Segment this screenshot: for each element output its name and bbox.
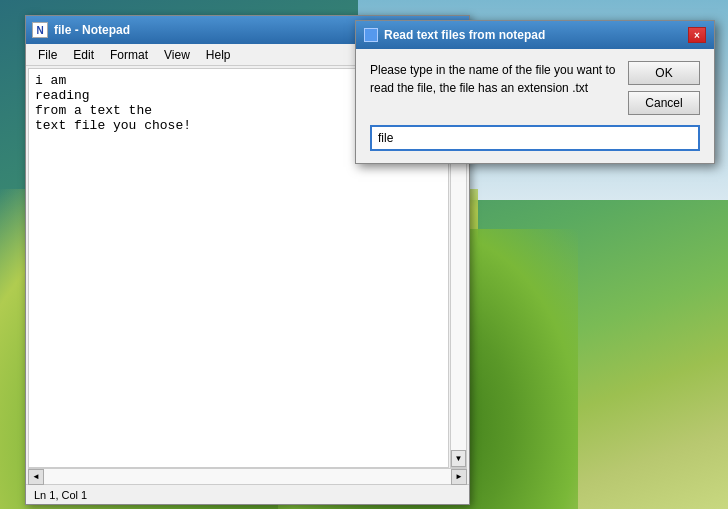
dialog-top-row: Please type in the name of the file you … (370, 61, 700, 115)
menu-format[interactable]: Format (102, 46, 156, 64)
menu-edit[interactable]: Edit (65, 46, 102, 64)
dialog-close-button[interactable]: × (688, 27, 706, 43)
dialog-icon (364, 28, 378, 42)
menu-help[interactable]: Help (198, 46, 239, 64)
dialog-titlebar: Read text files from notepad × (356, 21, 714, 49)
notepad-cursor-position: Ln 1, Col 1 (34, 489, 87, 501)
dialog-message: Please type in the name of the file you … (370, 61, 618, 97)
scroll-right-button[interactable]: ► (451, 469, 467, 485)
dialog-title: Read text files from notepad (384, 28, 682, 42)
notepad-app-icon: N (32, 22, 48, 38)
notepad-title: file - Notepad (54, 23, 399, 37)
dialog-cancel-button[interactable]: Cancel (628, 91, 700, 115)
notepad-horizontal-scrollbar[interactable]: ◄ ► (28, 468, 467, 484)
dialog-box: Read text files from notepad × Please ty… (355, 20, 715, 164)
dialog-buttons: OK Cancel (628, 61, 700, 115)
dialog-filename-input[interactable] (370, 125, 700, 151)
notepad-statusbar: Ln 1, Col 1 (26, 484, 469, 504)
menu-view[interactable]: View (156, 46, 198, 64)
scroll-left-button[interactable]: ◄ (28, 469, 44, 485)
scroll-down-button[interactable]: ▼ (451, 450, 466, 467)
menu-file[interactable]: File (30, 46, 65, 64)
dialog-ok-button[interactable]: OK (628, 61, 700, 85)
scroll-track-horizontal (44, 469, 451, 484)
dialog-body: Please type in the name of the file you … (356, 49, 714, 163)
